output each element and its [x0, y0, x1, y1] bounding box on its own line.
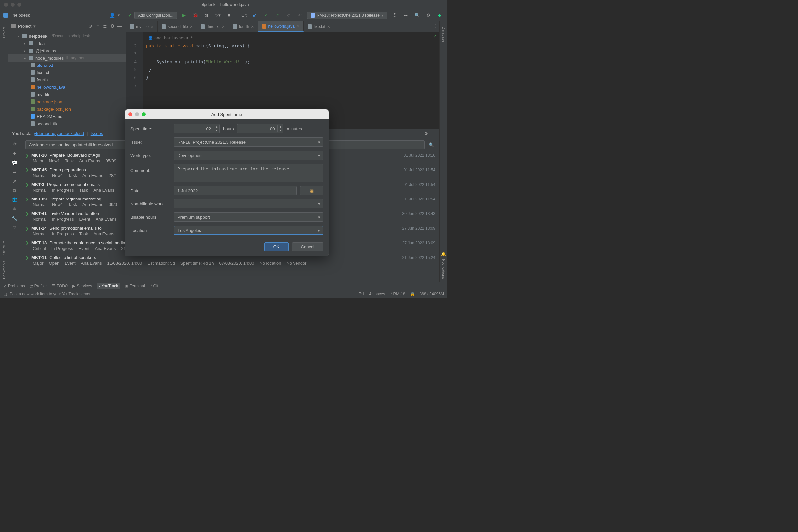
status-icon[interactable]: ▢	[3, 291, 7, 296]
tab-my-file[interactable]: my_file×	[126, 21, 158, 32]
file-fourth[interactable]: fourth	[8, 76, 126, 83]
tool-git[interactable]: ⑂Git	[150, 284, 158, 288]
breadcrumb-project[interactable]: helpdesk	[13, 13, 30, 18]
hours-input[interactable]	[174, 126, 214, 131]
file-helloworld[interactable]: helloworld.java	[8, 83, 126, 91]
caret-position[interactable]: 7:1	[359, 291, 365, 296]
close-icon[interactable]: ×	[222, 24, 225, 29]
globe-icon[interactable]: 🌐	[11, 196, 18, 204]
close-window-icon[interactable]	[4, 3, 8, 7]
chevron-right-icon[interactable]: ❯	[25, 182, 28, 187]
author-lens[interactable]: 👤ana.bartasheva *	[146, 34, 436, 42]
worktype-select[interactable]: Development	[174, 151, 323, 160]
settings-button[interactable]: ⚙	[424, 11, 433, 20]
stop-button[interactable]: ■	[225, 11, 233, 20]
bookmarks-stripe-button[interactable]: Bookmarks	[2, 258, 6, 282]
minutes-up-icon[interactable]: ▲	[278, 125, 283, 129]
chevron-right-icon[interactable]: ❯	[25, 211, 28, 216]
project-stripe-button[interactable]: Project	[2, 24, 6, 41]
minutes-down-icon[interactable]: ▼	[278, 129, 283, 132]
settings-icon[interactable]: ⚙	[424, 131, 428, 136]
debug-button[interactable]: 🐞	[191, 11, 200, 20]
zoom-window-icon[interactable]	[17, 3, 21, 7]
branch-widget[interactable]: ⑂ RM-18	[390, 291, 405, 296]
chevron-right-icon[interactable]: ❯	[25, 153, 28, 158]
database-stripe-button[interactable]: Database	[441, 24, 445, 45]
select-opened-file-icon[interactable]: ⊙	[88, 23, 93, 28]
jetbrains-icon[interactable]: ◆	[435, 11, 444, 20]
coverage-button[interactable]: ◑	[202, 11, 211, 20]
file-packagelock[interactable]: package-lock.json	[8, 106, 126, 113]
location-select[interactable]: Los Angeles	[174, 226, 323, 235]
tool-services[interactable]: ▶Services	[73, 284, 92, 288]
indent-info[interactable]: 4 spaces	[369, 291, 385, 296]
tab-fourth[interactable]: fourth×	[229, 21, 258, 32]
close-icon[interactable]: ×	[297, 24, 299, 29]
tool-terminal[interactable]: ▣Terminal	[125, 284, 145, 288]
chevron-right-icon[interactable]: ❯	[25, 226, 28, 231]
expand-all-icon[interactable]: ≡	[95, 23, 100, 28]
date-input[interactable]	[174, 186, 297, 195]
file-fixe[interactable]: fixe.txt	[8, 69, 126, 76]
comment-icon[interactable]: 💬	[11, 159, 18, 166]
vcs-history-button[interactable]: ⟲	[284, 11, 293, 20]
folder-node-modules[interactable]: ▸ node_modules library root	[8, 54, 126, 61]
structure-stripe-button[interactable]: Structure	[2, 238, 6, 258]
filter-icon[interactable]: ≚	[11, 206, 18, 213]
chevron-right-icon[interactable]: ❯	[25, 255, 28, 260]
memory-indicator[interactable]: 868 of 4096M	[420, 291, 444, 296]
notifications-stripe-button[interactable]: Notifications	[441, 256, 445, 282]
inspection-ok-icon[interactable]: ✓	[433, 34, 437, 39]
tool-problems[interactable]: ⊘Problems	[3, 284, 25, 288]
run-config-dropdown[interactable]: Add Configuration...	[134, 12, 177, 19]
copy-icon[interactable]: ⧉	[11, 187, 18, 194]
open-browser-icon[interactable]: ▸▪	[11, 168, 18, 175]
close-icon[interactable]: ×	[190, 24, 192, 29]
add-icon[interactable]: +	[11, 150, 18, 157]
run-anything-button[interactable]: ▸▪	[401, 11, 410, 20]
dialog-close-icon[interactable]	[128, 112, 132, 116]
run-button[interactable]: ▶	[179, 11, 188, 20]
tab-fixe[interactable]: fixe.txt×	[304, 21, 334, 32]
refresh-icon[interactable]: ⟳	[11, 140, 18, 148]
hours-up-icon[interactable]: ▲	[214, 125, 220, 129]
tab-helloworld[interactable]: helloworld.java×	[258, 21, 304, 32]
folder-jetbrains[interactable]: ▸ @jetbrains	[8, 47, 126, 54]
collapse-all-icon[interactable]: ≣	[102, 23, 108, 28]
calendar-button[interactable]: ▦	[300, 186, 323, 195]
project-tree[interactable]: ▾ helpdesk ~/Documents/helpdesk ▸ .idea …	[8, 31, 126, 129]
minimize-window-icon[interactable]	[11, 3, 15, 7]
help-icon[interactable]: ?	[11, 224, 18, 231]
tool-profiler[interactable]: ◔Profiler	[30, 284, 47, 288]
chevron-right-icon[interactable]: ❯	[25, 241, 28, 245]
build-icon[interactable]: ⤦	[128, 13, 132, 18]
vcs-update-button[interactable]: ↙	[250, 11, 259, 20]
hide-icon[interactable]: —	[117, 23, 122, 28]
vcs-rollback-button[interactable]: ↶	[296, 11, 304, 20]
wrench-icon[interactable]: 🔧	[11, 215, 18, 222]
hours-stepper[interactable]: ▲▼	[174, 124, 220, 133]
youtrack-server-link[interactable]: ytdemoeng.youtrack.cloud	[34, 131, 84, 136]
tool-todo[interactable]: ☰TODO	[52, 284, 68, 288]
dialog-zoom-icon[interactable]	[141, 112, 146, 116]
dialog-window-controls[interactable]	[128, 112, 146, 116]
tab-third[interactable]: third.txt×	[197, 21, 229, 32]
window-controls[interactable]	[4, 3, 21, 7]
minutes-stepper[interactable]: ▲▼	[237, 124, 283, 133]
hours-down-icon[interactable]: ▼	[214, 129, 220, 132]
hide-icon[interactable]: —	[431, 131, 435, 136]
issue-select[interactable]: RM-18: ProjectOne 2021.3 Release	[174, 137, 323, 147]
file-secondfile[interactable]: second_file	[8, 120, 126, 127]
chevron-right-icon[interactable]: ❯	[25, 168, 28, 172]
folder-idea[interactable]: ▸ .idea	[8, 40, 126, 47]
profile-button[interactable]: ⟳▾	[213, 11, 222, 20]
search-everywhere-button[interactable]: 🔍	[413, 11, 421, 20]
file-package[interactable]: package.json	[8, 98, 126, 106]
youtrack-issues-link[interactable]: Issues	[91, 131, 103, 136]
comment-textarea[interactable]	[174, 164, 323, 182]
tab-second-file[interactable]: second_file×	[158, 21, 197, 32]
vcs-commit-button[interactable]: ✓	[262, 11, 270, 20]
ok-button[interactable]: OK	[264, 242, 289, 251]
cancel-button[interactable]: Cancel	[292, 242, 323, 251]
project-panel-title[interactable]: Project	[18, 24, 31, 28]
